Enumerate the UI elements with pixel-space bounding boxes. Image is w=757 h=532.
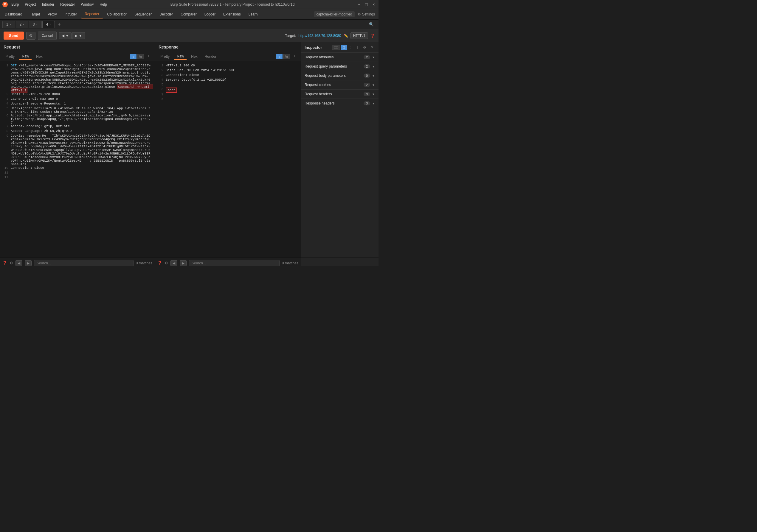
search-button[interactable]: 🔍: [367, 21, 376, 28]
nav-target[interactable]: Target: [26, 11, 44, 18]
response-search-next[interactable]: ▶: [180, 260, 187, 266]
nav-repeater[interactable]: Repeater: [81, 10, 103, 18]
response-tab-raw[interactable]: Raw: [174, 53, 187, 60]
nav-extensions[interactable]: Extensions: [220, 11, 244, 18]
help-icon[interactable]: ❓: [371, 34, 375, 38]
response-search-settings-icon[interactable]: ⚙: [165, 261, 168, 265]
tab-4-close[interactable]: ×: [49, 23, 51, 26]
inspector-close-icon[interactable]: ×: [369, 45, 375, 50]
response-help-icon[interactable]: ❓: [157, 261, 162, 265]
add-tab-button[interactable]: +: [55, 20, 63, 28]
inspector-collapse-icon[interactable]: ↕: [348, 45, 353, 50]
nav-learn[interactable]: Learn: [245, 11, 261, 18]
inspector-section[interactable]: Request headers 9 ▼: [301, 90, 378, 99]
inspector-settings-icon[interactable]: ⚙: [361, 45, 368, 50]
request-line: 9Cookie: rememberMe = TIhYxK5AXpng2YQt7H…: [2, 134, 152, 166]
request-search-next[interactable]: ▶: [25, 260, 32, 266]
inspector-section-row[interactable]: Response headers 3 ▼: [301, 99, 378, 108]
response-more-options[interactable]: ⋮: [291, 54, 298, 59]
request-line: 7Accept-Encoding: gzip, deflate: [2, 125, 152, 129]
request-search-prev[interactable]: ◀: [15, 260, 22, 266]
nav-dashboard[interactable]: Dashboard: [1, 11, 26, 18]
nav-collaborator[interactable]: Collaborator: [104, 11, 130, 18]
nav-comparer[interactable]: Comparer: [177, 11, 200, 18]
response-editor[interactable]: 1HTTP/1.1 200 OK2Date: Sat, 10 Feb 2024 …: [155, 61, 301, 258]
request-editor[interactable]: 1GET /%23_memberAccess%3d%40ognl.OgnlCon…: [0, 61, 155, 258]
maximize-button[interactable]: □: [364, 2, 369, 7]
response-toggle-wrap[interactable]: ≡: [276, 54, 282, 59]
response-search-input[interactable]: [189, 260, 280, 266]
menu-help[interactable]: Help: [98, 2, 108, 7]
menu-repeater[interactable]: Repeater: [59, 2, 76, 7]
response-tab-hex[interactable]: Hex: [188, 54, 200, 60]
inspector-panel: Inspector □□ □ ↕ ↕ ⚙ × Request attribute…: [301, 42, 378, 258]
minimize-button[interactable]: −: [357, 2, 361, 7]
inspector-section[interactable]: Request body parameters 0 ▼: [301, 71, 378, 80]
request-tab-hex[interactable]: Hex: [33, 54, 45, 60]
inspector-chevron-icon: ▼: [372, 56, 375, 59]
response-tab-pretty[interactable]: Pretty: [157, 54, 172, 60]
request-more-options[interactable]: ⋮: [145, 54, 152, 59]
inspector-section-count: 9: [364, 92, 370, 96]
nav-proxy[interactable]: Proxy: [44, 11, 60, 18]
response-search-prev[interactable]: ◀: [170, 260, 177, 266]
response-toggle-ln[interactable]: \n: [283, 54, 290, 59]
tab-1[interactable]: 1 ×: [2, 21, 15, 28]
nav-intruder[interactable]: Intruder: [61, 11, 80, 18]
request-settings-button[interactable]: ⚙: [26, 32, 36, 40]
http-version-selector[interactable]: HTTP/1: [350, 33, 368, 39]
request-toggle-ln[interactable]: \n: [137, 54, 144, 59]
send-button[interactable]: Send: [4, 32, 24, 40]
inspector-expand-icon[interactable]: ↕: [355, 45, 360, 50]
menu-burp[interactable]: Burp: [10, 2, 20, 7]
forward-arrow-button[interactable]: ▶ ▼: [72, 32, 85, 39]
nav-decoder[interactable]: Decoder: [156, 11, 176, 18]
menu-window[interactable]: Window: [79, 2, 95, 7]
inspector-section-row[interactable]: Request attributes 2 ▼: [301, 53, 378, 62]
request-toggle-wrap[interactable]: ≡: [130, 54, 136, 59]
inspector-section-row[interactable]: Request query parameters 2 ▼: [301, 62, 378, 71]
inspector-section-row[interactable]: Request cookies 2 ▼: [301, 80, 378, 89]
menu-intruder[interactable]: Intruder: [41, 2, 55, 7]
close-button[interactable]: ×: [371, 2, 376, 7]
back-arrow-button[interactable]: ◀ ▼: [59, 32, 72, 39]
cancel-button[interactable]: Cancel: [38, 32, 57, 40]
edit-target-icon[interactable]: ✏️: [344, 34, 348, 38]
response-line: 5: [157, 83, 298, 88]
inspector-section[interactable]: Request query parameters 2 ▼: [301, 62, 378, 71]
tab-3[interactable]: 3 ×: [29, 21, 42, 28]
title-bar-menu: Burp Project Intruder Repeater Window He…: [10, 2, 108, 7]
inspector-section-row[interactable]: Request headers 9 ▼: [301, 90, 378, 98]
request-tab-raw[interactable]: Raw: [19, 53, 32, 60]
inspector-section-row[interactable]: Request body parameters 0 ▼: [301, 71, 378, 80]
request-matches-label: 0 matches: [136, 261, 152, 265]
response-tab-render[interactable]: Render: [202, 54, 219, 60]
nav-sequencer[interactable]: Sequencer: [131, 11, 155, 18]
request-tab-pretty[interactable]: Pretty: [2, 54, 17, 60]
tab-3-close[interactable]: ×: [36, 23, 38, 26]
request-help-icon[interactable]: ❓: [2, 261, 7, 265]
menu-project[interactable]: Project: [23, 2, 37, 7]
tab-4[interactable]: 4 ×: [42, 21, 55, 28]
inspector-section-label: Request body parameters: [305, 73, 346, 78]
request-search-settings-icon[interactable]: ⚙: [10, 261, 13, 265]
tab-2[interactable]: 2 ×: [16, 21, 29, 28]
response-line: 3Connection: close: [157, 73, 298, 78]
tab-1-close[interactable]: ×: [10, 23, 11, 26]
inspector-chevron-icon: ▼: [372, 65, 375, 68]
inspector-section-label: Request cookies: [305, 83, 331, 87]
request-search-input[interactable]: [34, 260, 134, 266]
response-panel-title: Response: [155, 42, 301, 52]
nav-logger[interactable]: Logger: [201, 11, 219, 18]
title-bar: B Burp Project Intruder Repeater Window …: [0, 0, 378, 9]
settings-button[interactable]: ⚙ Settings: [355, 11, 377, 17]
inspector-toggle-2[interactable]: □: [341, 45, 347, 50]
response-line: 6root: [157, 88, 298, 93]
request-view-toggle: ≡ \n: [130, 54, 144, 59]
inspector-section[interactable]: Response headers 3 ▼: [301, 99, 378, 108]
tab-2-close[interactable]: ×: [23, 23, 24, 26]
response-line: 2Date: Sat, 10 Feb 2024 14:28:51 GMT: [157, 69, 298, 73]
inspector-toggle-1[interactable]: □□: [332, 45, 340, 50]
inspector-section[interactable]: Request cookies 2 ▼: [301, 80, 378, 90]
inspector-section[interactable]: Request attributes 2 ▼: [301, 53, 378, 62]
